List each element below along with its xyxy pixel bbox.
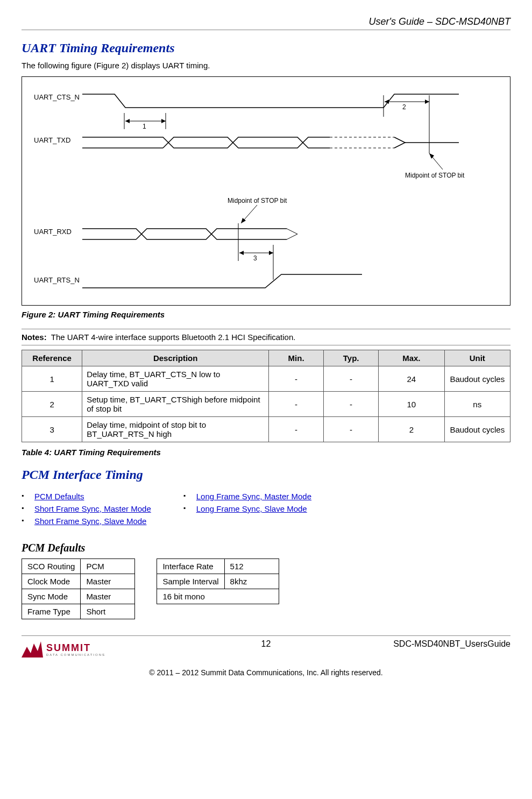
table-4: ReferenceDescriptionMin.Typ.Max.Unit 1De… (22, 350, 510, 442)
pcm-link[interactable]: Short Frame Sync, Slave Mode (34, 517, 146, 526)
notes-line: Notes: The UART 4-wire interface support… (22, 333, 510, 342)
table-cell: - (269, 417, 324, 442)
table-cell: 10 (379, 392, 444, 417)
svg-marker-2 (125, 119, 130, 123)
sig-label-txd: UART_TXD (34, 136, 70, 144)
table-header: Typ. (324, 350, 379, 366)
svg-marker-22 (239, 251, 244, 255)
summit-logo: SUMMIT DATA COMMUNICATIONS (22, 639, 105, 660)
table-cell: 16 bit mono (157, 589, 279, 604)
table-cell: Clock Mode (22, 574, 81, 589)
page-footer: SUMMIT DATA COMMUNICATIONS 12 SDC-MSD40N… (22, 635, 510, 677)
table-header: Min. (269, 350, 324, 366)
svg-marker-26 (22, 641, 43, 657)
table-cell: Master (81, 574, 135, 589)
table-cell: Setup time, BT_UART_CTShigh before midpo… (82, 392, 269, 417)
pcm-link[interactable]: PCM Defaults (34, 492, 84, 501)
sig-label-rxd: UART_RXD (34, 228, 72, 236)
copyright: © 2011 – 2012 Summit Data Communications… (22, 668, 510, 677)
figure-2-caption: Figure 2: UART Timing Requirements (22, 310, 510, 319)
footer-doc-name: SDC-MSD40NBT_UsersGuide (393, 639, 510, 660)
table-cell: 512 (224, 559, 279, 574)
table-cell: - (324, 417, 379, 442)
table-header: Reference (22, 350, 82, 366)
table-header: Max. (379, 350, 444, 366)
table-cell: SCO Routing (22, 559, 81, 574)
table-cell: - (324, 366, 379, 392)
table-cell: Interface Rate (157, 559, 224, 574)
svg-text:1: 1 (143, 123, 146, 130)
pcm-defaults-heading: PCM Defaults (22, 542, 510, 554)
table-cell: PCM (81, 559, 135, 574)
pcm-defaults-left: SCO RoutingPCMClock ModeMasterSync ModeM… (22, 558, 135, 619)
section-pcm-title: PCM Interface Timing (22, 468, 510, 482)
table-cell: Frame Type (22, 604, 81, 619)
sig-label-cts: UART_CTS_N (34, 93, 80, 101)
pcm-defaults-right: Interface Rate512Sample Interval8khz16 b… (157, 558, 279, 604)
table-cell: 3 (22, 417, 82, 442)
table-header: Description (82, 350, 269, 366)
table-cell: Baudout cycles (444, 366, 510, 392)
svg-marker-23 (269, 251, 273, 255)
table-cell: 8khz (224, 574, 279, 589)
table-cell: - (269, 366, 324, 392)
table-cell: ns (444, 392, 510, 417)
svg-marker-3 (161, 119, 166, 123)
table-cell: Master (81, 589, 135, 604)
svg-text:Midpoint of STOP bit: Midpoint of STOP bit (405, 172, 465, 179)
divider (22, 329, 510, 329)
figure-2-diagram: UART_CTS_N 1 2 UART_TXD Midpoint of STOP… (22, 76, 510, 306)
table-cell: 2 (379, 417, 444, 442)
pcm-link[interactable]: Long Frame Sync, Slave Mode (196, 504, 307, 513)
page-header: User's Guide – SDC-MSD40NBT (22, 16, 510, 30)
sig-label-rts: UART_RTS_N (34, 276, 80, 284)
table-4-caption: Table 4: UART Timing Requirements (22, 448, 510, 457)
table-cell: Baudout cycles (444, 417, 510, 442)
svg-text:Midpoint of STOP bit: Midpoint of STOP bit (228, 197, 287, 204)
pcm-links: PCM DefaultsShort Frame Sync, Master Mod… (22, 489, 510, 529)
divider (22, 345, 510, 345)
page-number: 12 (261, 639, 271, 649)
table-header: Unit (444, 350, 510, 366)
table-cell: - (269, 392, 324, 417)
pcm-link[interactable]: Short Frame Sync, Master Mode (34, 504, 151, 513)
svg-marker-9 (425, 100, 429, 104)
intro-paragraph: The following figure (Figure 2) displays… (22, 61, 510, 70)
svg-text:2: 2 (402, 103, 406, 111)
pcm-link[interactable]: Long Frame Sync, Master Mode (196, 492, 311, 501)
table-cell: 1 (22, 366, 82, 392)
table-cell: Sync Mode (22, 589, 81, 604)
table-cell: Delay time, midpoint of stop bit to BT_U… (82, 417, 269, 442)
table-cell: Sample Interval (157, 574, 224, 589)
table-cell: Short (81, 604, 135, 619)
svg-text:3: 3 (253, 254, 257, 262)
table-cell: Delay time, BT_UART_CTS_N low to UART_TX… (82, 366, 269, 392)
table-cell: 24 (379, 366, 444, 392)
section-uart-title: UART Timing Requirements (22, 41, 510, 55)
table-cell: - (324, 392, 379, 417)
table-cell: 2 (22, 392, 82, 417)
